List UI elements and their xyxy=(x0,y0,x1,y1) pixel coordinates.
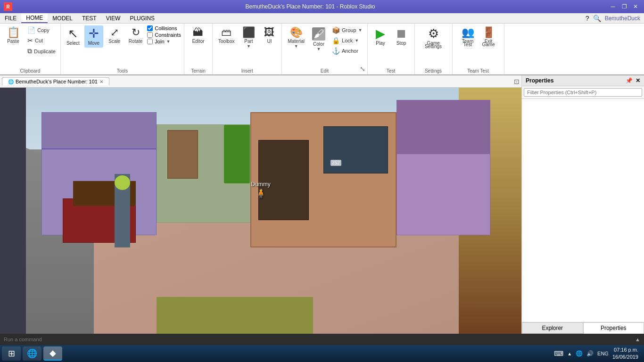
lock-dropdown[interactable]: ▼ xyxy=(355,38,359,43)
menu-home[interactable]: HOME xyxy=(21,13,48,23)
group-button[interactable]: 📦 Group ▼ xyxy=(330,25,364,35)
game-settings-button[interactable]: ⚙ Game Settings xyxy=(422,25,445,51)
taskbar-clock: 07:16 p.m. 16/06/2019 xyxy=(612,346,638,361)
start-icon: ⊞ xyxy=(8,348,15,359)
taskbar-right: ⌨ ▲ 🌐 🔊 ENG 07:16 p.m. 16/06/2019 xyxy=(554,346,642,361)
part-button[interactable]: ⬛ Part ▼ xyxy=(239,25,258,50)
tab-control-restore[interactable]: ⊡ xyxy=(514,78,520,85)
play-button[interactable]: ▶ Play xyxy=(371,25,390,48)
help-icon[interactable]: ? xyxy=(586,15,589,22)
tray-arrow[interactable]: ▲ xyxy=(567,351,572,356)
close-button[interactable]: ✕ xyxy=(631,2,640,11)
stop-button[interactable]: ⏹ Stop xyxy=(392,25,411,48)
user-label[interactable]: BemutheDuck xyxy=(605,15,640,22)
move-button[interactable]: ✛ Move xyxy=(84,25,103,48)
dummy-figure: 🧍 xyxy=(251,188,270,199)
paste-button[interactable]: 📋 Paste xyxy=(3,25,24,46)
properties-header: Properties 📌 ✕ xyxy=(522,75,644,86)
scale-button[interactable]: ⤢ Scale xyxy=(105,25,124,46)
anchor-button[interactable]: ⚓ Anchor xyxy=(330,46,364,56)
group-icon: 📦 xyxy=(332,26,340,34)
rotate-button[interactable]: ↻ Rotate xyxy=(126,25,145,46)
properties-pin-icon[interactable]: 📌 xyxy=(626,77,633,84)
color-button[interactable]: 🖌 Color ▼ xyxy=(309,25,328,53)
editor-icon: 🏔 xyxy=(193,27,203,38)
lock-label: Lock xyxy=(342,38,353,43)
titlebar-controls: ─ ❐ ✕ xyxy=(608,2,640,11)
properties-filter-input[interactable] xyxy=(524,88,642,97)
menubar-right: ? 🔍 BemutheDuck xyxy=(586,15,644,22)
editor-button[interactable]: 🏔 Editor xyxy=(189,25,207,46)
minimize-button[interactable]: ─ xyxy=(608,2,618,11)
test-label: Test xyxy=(368,68,414,74)
collisions-label: Collisions xyxy=(155,25,177,31)
properties-tabs: Explorer Properties xyxy=(522,322,644,334)
toolbox-button[interactable]: 🗃 Toolbox xyxy=(215,25,237,46)
material-button[interactable]: 🎨 Material ▼ xyxy=(285,25,307,50)
tab-explorer[interactable]: Explorer xyxy=(522,322,583,334)
lamp-light xyxy=(115,175,130,190)
exit-game-label2: Game xyxy=(482,42,495,47)
titlebar-title: BemutheDuck's Place Number: 101 - Roblox… xyxy=(12,3,608,10)
exit-game-icon: 🚪 xyxy=(482,27,495,38)
roblox-studio-taskbar-button[interactable]: ◆ xyxy=(43,346,62,361)
title-bar: R BemutheDuck's Place Number: 101 - Robl… xyxy=(0,0,644,13)
group-label: Group xyxy=(342,27,356,33)
door-green-building xyxy=(167,130,198,179)
viewport-tab-close[interactable]: ✕ xyxy=(99,79,103,84)
viewport-tab-main[interactable]: 🌐 BemutheDuck's Place Number: 101 ✕ xyxy=(2,77,109,85)
logo-text: R xyxy=(6,4,9,9)
viewport[interactable]: 🌐 BemutheDuck's Place Number: 101 ✕ ⊡ xyxy=(0,75,521,334)
search-icon[interactable]: 🔍 xyxy=(593,15,601,22)
ribbon-group-teamtest: 👥 Team Test 🚪 Exit Game Team Test xyxy=(453,24,504,74)
stop-icon: ⏹ xyxy=(395,27,407,40)
group-dropdown[interactable]: ▼ xyxy=(358,28,363,33)
exit-game-button[interactable]: 🚪 Exit Game xyxy=(479,25,498,49)
properties-content xyxy=(522,99,644,322)
color-dropdown[interactable]: ▼ xyxy=(317,47,321,51)
anchor-label: Anchor xyxy=(342,48,358,54)
titlebar-left: R xyxy=(4,2,12,11)
menu-view[interactable]: VIEW xyxy=(101,13,125,23)
network-icon: 🌐 xyxy=(576,350,583,357)
start-button[interactable]: ⊞ xyxy=(2,346,21,361)
building-purple-right-top xyxy=(397,100,490,154)
clipboard-content: 📋 Paste 📄 Copy ✂ Cut ⧉ Duplicate xyxy=(3,25,58,74)
join-dropdown[interactable]: ▼ xyxy=(166,39,171,44)
settings-content: ⚙ Game Settings xyxy=(422,25,445,74)
material-dropdown[interactable]: ▼ xyxy=(294,44,298,49)
collisions-check[interactable] xyxy=(147,25,153,31)
door-brick xyxy=(258,140,309,220)
menu-test[interactable]: TEST xyxy=(77,13,101,23)
menu-model[interactable]: MODEL xyxy=(48,13,77,23)
copy-button[interactable]: 📄 Copy xyxy=(25,25,58,35)
join-check[interactable] xyxy=(147,39,153,44)
ribbon-group-terrain: 🏔 Editor Terrain xyxy=(184,24,213,74)
duplicate-button[interactable]: ⧉ Duplicate xyxy=(25,46,58,56)
select-button[interactable]: ↖ Select xyxy=(64,25,83,48)
constraints-label: Constraints xyxy=(155,32,181,38)
collisions-checkbox[interactable]: Collisions xyxy=(147,25,181,31)
left-edge xyxy=(0,88,26,334)
teamtest-content: 👥 Team Test 🚪 Exit Game xyxy=(458,25,498,74)
lock-button[interactable]: 🔒 Lock ▼ xyxy=(330,36,364,45)
ribbon-group-settings: ⚙ Game Settings Settings xyxy=(415,24,453,74)
properties-panel: Properties 📌 ✕ Explorer Properties xyxy=(521,75,644,334)
clipboard-label: Clipboard xyxy=(0,68,60,74)
part-dropdown[interactable]: ▼ xyxy=(247,44,251,49)
properties-close-icon[interactable]: ✕ xyxy=(636,77,640,84)
team-test-button[interactable]: 👥 Team Test xyxy=(458,25,477,49)
team-test-label2: Test xyxy=(463,42,472,47)
constraints-checkbox[interactable]: Constraints xyxy=(147,32,181,38)
restore-button[interactable]: ❐ xyxy=(619,2,629,11)
join-checkbox[interactable]: Join ▼ xyxy=(147,39,181,44)
cut-button[interactable]: ✂ Cut xyxy=(25,36,58,45)
menu-file[interactable]: FILE xyxy=(0,13,21,23)
ui-button[interactable]: 🖼 UI xyxy=(260,25,279,46)
tab-properties[interactable]: Properties xyxy=(583,322,644,334)
statusbar-expand[interactable]: ▲ xyxy=(635,337,640,342)
constraints-check[interactable] xyxy=(147,32,153,38)
chrome-button[interactable]: 🌐 xyxy=(23,346,41,361)
command-input[interactable] xyxy=(4,337,631,342)
menu-plugins[interactable]: PLUGINS xyxy=(125,13,159,23)
